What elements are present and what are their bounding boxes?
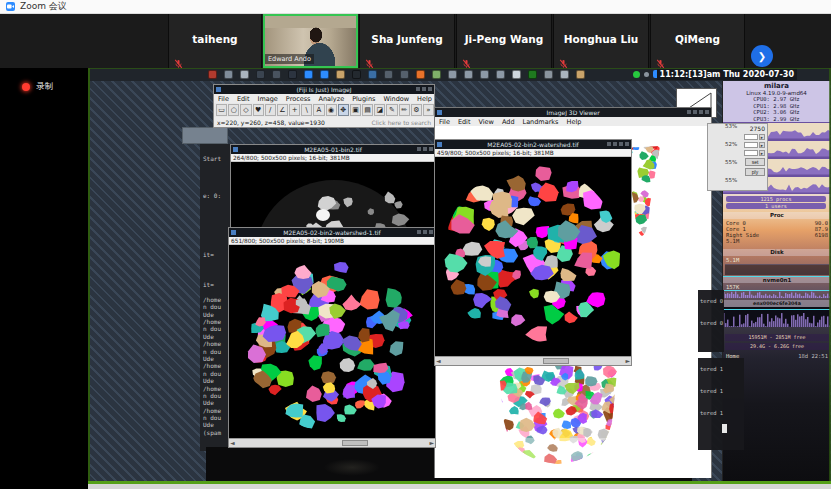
imagej-tool-5[interactable]: ∠: [277, 104, 288, 116]
menu-file[interactable]: File: [218, 95, 229, 103]
terminal-line: Ude: [203, 355, 230, 362]
window-buttons[interactable]: [416, 87, 432, 91]
menu-analyze[interactable]: Analyze: [319, 95, 345, 103]
search-hint[interactable]: Click here to search: [372, 119, 432, 126]
viewer-menu-add[interactable]: Add: [502, 118, 515, 126]
viewer-menu-file[interactable]: File: [439, 118, 450, 126]
menu-help[interactable]: Help: [417, 95, 432, 103]
imagej-titlebar[interactable]: (Fiji Is Just) ImageJ: [214, 85, 434, 94]
taskbar-icon-screen-green[interactable]: [528, 70, 537, 79]
taskbar-icon-speaker[interactable]: [544, 70, 553, 79]
imagej-tool-12[interactable]: ▤: [362, 104, 373, 116]
taskbar-icon-app-red[interactable]: [208, 70, 217, 79]
terminal-right-bottom[interactable]: tered 1tered 1tered 1: [698, 358, 744, 450]
imagej-tool-1[interactable]: ○: [228, 104, 239, 116]
taskbar-icon-doc-green[interactable]: [432, 70, 441, 79]
viewer-titlebar[interactable]: ImageJ 3D Viewer: [435, 108, 711, 117]
window-b-canvas[interactable]: [229, 245, 435, 438]
taskbar-icon-zoom-blue-2[interactable]: [320, 70, 329, 79]
taskbar-icon-zoom-blue[interactable]: [304, 70, 313, 79]
window-b-titlebar[interactable]: M2EA05-02-bin2-watershed-1.tif: [229, 228, 435, 237]
viewer-menu-help[interactable]: Help: [567, 118, 582, 126]
imagej-main-window[interactable]: (Fiji Is Just) ImageJ FileEditImageProce…: [213, 84, 435, 128]
taskbar-icon-pdf-doc-1[interactable]: [448, 70, 457, 79]
imagej-tool-16[interactable]: ⚙: [411, 104, 422, 116]
window-c-titlebar[interactable]: M2EA05-02-bin2-watershed.tif: [435, 140, 631, 149]
terminal-window[interactable]: Starte: 0:it=it=/homen douUde/homen douU…: [200, 144, 230, 451]
window-buttons[interactable]: [687, 110, 709, 114]
window-b-hscrollbar[interactable]: ◄►: [229, 438, 435, 447]
window-c-hscrollbar[interactable]: ◄►: [435, 356, 631, 365]
participant-tile-qimeng[interactable]: QiMeng: [650, 14, 745, 68]
terminal-line: /home: [203, 340, 230, 347]
terminal-line: [203, 163, 230, 170]
taskbar-icon-folder-2[interactable]: [576, 70, 585, 79]
terminal-titlebar[interactable]: [182, 127, 228, 144]
viewer-menu-landmarks[interactable]: Landmarks: [523, 118, 559, 126]
taskbar-icon-terminal-dark[interactable]: [288, 70, 297, 79]
taskbar-icon-tool-gray[interactable]: [560, 70, 569, 79]
taskbar-icon-windows-double[interactable]: [240, 70, 249, 79]
window-buttons[interactable]: [417, 230, 433, 234]
imagej-tool-3[interactable]: ♥: [253, 104, 264, 116]
imagej-tool-10[interactable]: ✥: [338, 104, 349, 116]
window-a-title: M2EA05-01-bin2.tif: [231, 145, 435, 154]
taskbar-icon-doc-white[interactable]: [512, 70, 521, 79]
imagej-tool-2[interactable]: ◇: [240, 104, 251, 116]
taskbar-icon-editor-blue[interactable]: [368, 70, 377, 79]
menu-plugins[interactable]: Plugins: [352, 95, 375, 103]
imagej-tool-11[interactable]: ▣: [350, 104, 361, 116]
participant-tile-taiheng[interactable]: taiheng: [168, 14, 262, 68]
window-buttons[interactable]: [417, 147, 433, 151]
terminal-line: /home: [203, 318, 230, 325]
window-buttons[interactable]: [607, 142, 629, 146]
taskbar-icon-window-gray-3[interactable]: [400, 70, 409, 79]
taskbar-icon-window-gray[interactable]: [224, 70, 233, 79]
image-window-c[interactable]: M2EA05-02-bin2-watershed.tif 459/800; 50…: [434, 139, 632, 366]
participant-tile-honghua-liu[interactable]: Honghua Liu: [553, 14, 649, 68]
participant-video-edward-ando[interactable]: Edward Ando: [263, 14, 358, 68]
viewer-menu-edit[interactable]: Edit: [458, 118, 471, 126]
viewer-app-icon: [437, 110, 442, 115]
taskbar-icon-firefox-orange[interactable]: [416, 70, 425, 79]
imagej-tool-7[interactable]: \: [301, 104, 312, 116]
menu-window[interactable]: Window: [383, 95, 409, 103]
net-section-header: enx000ec6fe304a: [723, 300, 830, 307]
taskbar-icon-window-dark-2[interactable]: [272, 70, 281, 79]
imagej-tool-14[interactable]: ✎: [386, 104, 397, 116]
taskbar-icon-pdf-doc-2[interactable]: [464, 70, 473, 79]
spinner-row[interactable]: ▸: [708, 150, 765, 156]
window-a-titlebar[interactable]: M2EA05-01-bin2.tif: [231, 145, 435, 154]
users-badge: 1 users: [726, 203, 826, 209]
imagej-tool-6[interactable]: +: [289, 104, 300, 116]
taskbar-icon-pdf-doc-3[interactable]: [480, 70, 489, 79]
set-button[interactable]: set: [745, 158, 765, 166]
threshold-panel[interactable]: 2750 ▸ ▸ ▸ set ply: [707, 123, 768, 191]
image-window-b[interactable]: M2EA05-02-bin2-watershed-1.tif 651/800; …: [228, 227, 436, 448]
next-participants-button[interactable]: ❯: [751, 45, 773, 67]
menu-process[interactable]: Process: [286, 95, 311, 103]
taskbar-icon-window-dark[interactable]: [256, 70, 265, 79]
imagej-tool-4[interactable]: /: [265, 104, 276, 116]
imagej-tool-9[interactable]: ◉: [326, 104, 337, 116]
viewer-menu-view[interactable]: View: [478, 118, 493, 126]
taskbar-icon-window-gray-2[interactable]: [384, 70, 393, 79]
taskbar-icon-pdf-doc-4[interactable]: [496, 70, 505, 79]
imagej-tool-0[interactable]: ▭: [216, 104, 227, 116]
imagej-tool-8[interactable]: A: [313, 104, 324, 116]
terminal-right-top[interactable]: tered 0tered 0: [698, 290, 724, 352]
menu-edit[interactable]: Edit: [237, 95, 250, 103]
taskbar-icon-folder[interactable]: [336, 70, 345, 79]
window-c-canvas[interactable]: [435, 157, 631, 356]
spinner-row[interactable]: ▸: [708, 134, 765, 140]
participant-tile-sha-junfeng[interactable]: Sha Junfeng: [359, 14, 455, 68]
apply-button[interactable]: ply: [745, 168, 765, 176]
participant-tile-jipeng-wang[interactable]: Ji-Peng Wang: [456, 14, 552, 68]
imagej-tool-17[interactable]: »: [423, 104, 434, 116]
terminal-line: [203, 244, 230, 251]
imagej-tool-13[interactable]: ◪: [374, 104, 385, 116]
mic-muted-icon: [365, 54, 374, 64]
imagej-tool-15[interactable]: ✏: [399, 104, 410, 116]
menu-image[interactable]: Image: [257, 95, 277, 103]
taskbar-icon-app-black[interactable]: [352, 70, 361, 79]
